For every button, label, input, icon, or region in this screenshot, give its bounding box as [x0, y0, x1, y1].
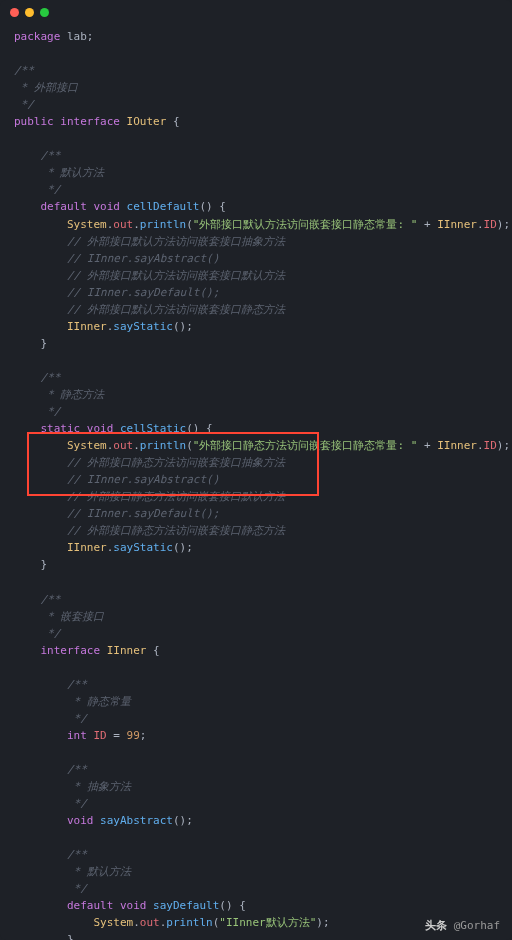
code-comment: */ — [41, 183, 61, 196]
code-comment: // IInner.sayAbstract() — [67, 252, 219, 265]
code-comment: /** — [41, 593, 61, 606]
code-comment: /** — [67, 678, 87, 691]
code-token: } — [41, 337, 48, 350]
watermark-prefix: 头条 — [425, 919, 454, 932]
code-comment: // IInner.sayDefault(); — [67, 507, 219, 520]
watermark: 头条 @Gorhaf — [425, 917, 500, 934]
code-comment: // 外部接口静态方法访问嵌套接口默认方法 — [67, 490, 285, 503]
code-area[interactable]: package lab; /** * 外部接口 */ public interf… — [0, 24, 512, 940]
code-token: void — [93, 200, 126, 213]
code-comment: */ — [14, 98, 34, 111]
code-token: default — [41, 200, 94, 213]
code-comment: */ — [41, 627, 61, 640]
code-token: } — [41, 558, 48, 571]
code-comment: /** — [14, 64, 34, 77]
code-comment: // 外部接口静态方法访问嵌套接口抽象方法 — [67, 456, 285, 469]
code-comment: // 外部接口默认方法访问嵌套接口抽象方法 — [67, 235, 285, 248]
code-token: void — [67, 814, 100, 827]
code-comment: // 外部接口默认方法访问嵌套接口默认方法 — [67, 269, 285, 282]
code-token: System — [67, 218, 107, 231]
code-comment: /** — [41, 149, 61, 162]
code-token: IInner — [67, 320, 107, 333]
code-token: ; — [87, 30, 94, 43]
code-token: IOuter — [127, 115, 167, 128]
code-token: package — [14, 30, 60, 43]
code-token: public — [14, 115, 60, 128]
watermark-author: @Gorhaf — [454, 919, 500, 932]
close-icon[interactable] — [10, 8, 19, 17]
code-comment: // IInner.sayAbstract() — [67, 473, 219, 486]
code-token: interface — [60, 115, 126, 128]
code-token: { — [166, 115, 179, 128]
code-comment: * 默认方法 — [67, 865, 131, 878]
code-token: IInner — [67, 541, 107, 554]
code-comment: * 外部接口 — [14, 81, 78, 94]
code-token: System — [67, 439, 107, 452]
code-comment: /** — [41, 371, 61, 384]
code-comment: /** — [67, 848, 87, 861]
code-token: int — [67, 729, 94, 742]
code-token: interface — [41, 644, 107, 657]
editor-window: package lab; /** * 外部接口 */ public interf… — [0, 0, 512, 940]
code-comment: * 静态常量 — [67, 695, 131, 708]
code-comment: */ — [67, 797, 87, 810]
code-token: () { — [199, 200, 226, 213]
code-token: } — [67, 933, 74, 940]
code-token: static — [41, 422, 87, 435]
code-token: cellDefault — [127, 200, 200, 213]
code-comment: */ — [67, 712, 87, 725]
code-token: default — [67, 899, 120, 912]
code-token: lab — [60, 30, 87, 43]
code-comment: /** — [67, 763, 87, 776]
code-comment: // IInner.sayDefault(); — [67, 286, 219, 299]
code-comment: * 抽象方法 — [67, 780, 131, 793]
code-comment: */ — [67, 882, 87, 895]
code-comment: * 嵌套接口 — [41, 610, 105, 623]
code-comment: * 默认方法 — [41, 166, 105, 179]
minimize-icon[interactable] — [25, 8, 34, 17]
code-comment: */ — [41, 405, 61, 418]
code-comment: // 外部接口默认方法访问嵌套接口静态方法 — [67, 303, 285, 316]
maximize-icon[interactable] — [40, 8, 49, 17]
titlebar — [0, 0, 512, 24]
code-comment: // 外部接口静态方法访问嵌套接口静态方法 — [67, 524, 285, 537]
code-comment: * 静态方法 — [41, 388, 105, 401]
